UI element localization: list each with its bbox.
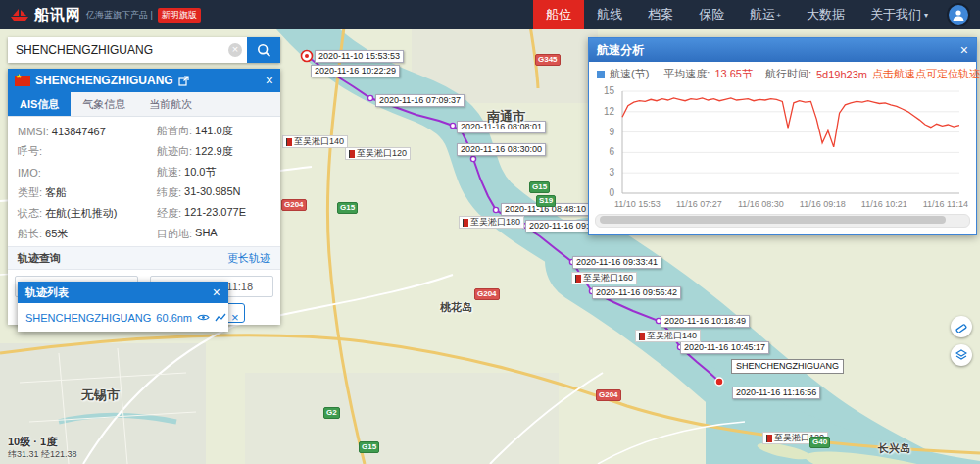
close-track-list-icon[interactable]: × (213, 285, 220, 299)
track-time-label[interactable]: 2020-11-16 09:33:41 (572, 256, 662, 269)
place-name-label: 长兴岛 (878, 441, 910, 456)
field-label: 船首向: (157, 124, 192, 138)
longer-track-link[interactable]: 更长轨迹 (227, 251, 270, 266)
ship-info-fields: MMSI:413847467船首向:141.0度呼号:航迹向:122.9度IMO… (8, 117, 280, 246)
remove-track-icon[interactable]: × (231, 310, 239, 325)
track-time-label[interactable]: 2020-11-16 10:18:49 (661, 315, 750, 328)
ship-panel-header: SHENCHENGZHIGUANG × (8, 69, 280, 92)
ship-logo-icon (10, 8, 29, 22)
close-ship-panel-icon[interactable]: × (266, 74, 273, 87)
search-button[interactable] (247, 37, 280, 63)
track-list-popup: 轨迹列表 × SHENCHENGZHIGUANG 60.6nm × (18, 282, 228, 332)
brand-logo[interactable]: 船讯网 亿海蓝旗下产品 | 新明旗版 (0, 6, 201, 25)
track-ship-name[interactable]: SHENCHENGZHIGUANG (25, 312, 151, 324)
duration-value: 5d19h23m (816, 69, 867, 80)
y-tick-label: 9 (595, 127, 614, 137)
track-time-label[interactable]: 2020-11-16 08:30:00 (457, 143, 546, 156)
x-tick-label: 11/16 07:27 (676, 199, 722, 212)
chart-scrollbar-thumb[interactable] (600, 216, 946, 224)
ruler-icon (956, 321, 967, 333)
user-avatar[interactable] (949, 5, 968, 25)
nav-label: 关于我们 (870, 6, 921, 24)
duration-label: 航行时间: (765, 67, 811, 81)
ship-info-row: IMO:航速:10.0节 (8, 162, 280, 182)
nav-item-ship-position[interactable]: 船位 (533, 0, 584, 29)
nav-item-bigdata[interactable]: 大数据 (794, 0, 858, 29)
ship-info-row: 船长:65米目的地:SHA (8, 224, 280, 244)
track-time-label[interactable]: 2020-11-16 07:09:37 (375, 94, 465, 107)
chevron-down-icon: ▾ (924, 11, 928, 20)
flag-marker-icon (766, 435, 772, 442)
speed-panel-title: 航速分析 (597, 42, 644, 59)
field-label: 类型: (18, 185, 42, 200)
nav-sup: + (776, 11, 781, 20)
flag-marker-icon (463, 219, 468, 227)
field-value: 客船 (45, 185, 67, 200)
distance-marker-label: 至吴淞口140 (635, 330, 701, 342)
top-navigation-bar: 船讯网 亿海蓝旗下产品 | 新明旗版 船位 航线 档案 保险 航运+ 大数据 关… (0, 0, 980, 29)
distance-marker-label: 至吴淞口180 (459, 216, 524, 229)
nav-item-shipping[interactable]: 航运+ (737, 0, 794, 29)
field-label: 航速: (157, 165, 181, 180)
speed-chart-icon[interactable] (215, 313, 226, 323)
nav-label: 船位 (546, 6, 571, 24)
speed-analysis-panel: 航速分析 × 航速(节) 平均速度: 13.65节 航行时间: 5d19h23m… (588, 37, 977, 235)
layers-button[interactable] (951, 344, 972, 366)
cursor-coordinates-text: 纬31.31 经121.38 (8, 448, 77, 461)
person-icon (952, 8, 965, 22)
ship-panel-tabs: AIS信息 气象信息 当前航次 (8, 92, 280, 117)
ship-name-label[interactable]: SHENCHENGZHIGUANG (731, 359, 844, 374)
chart-hint-text: 点击航速点可定位轨迹点 (872, 67, 980, 81)
flag-marker-icon (575, 275, 581, 283)
speed-chart[interactable]: 15129630 (595, 83, 970, 199)
nav-item-routes[interactable]: 航线 (584, 0, 635, 29)
x-tick-label: 11/16 11:14 (923, 199, 968, 212)
track-time-label[interactable]: 2020-11-10 15:53:53 (315, 50, 404, 63)
road-shield: G204 (281, 199, 307, 211)
field-label: IMO: (18, 167, 41, 179)
track-time-label[interactable]: 2020-11-16 09:56:42 (592, 286, 681, 299)
close-speed-panel-icon[interactable]: × (960, 43, 968, 57)
nav-item-insurance[interactable]: 保险 (686, 0, 737, 29)
nav-label: 保险 (699, 6, 724, 24)
track-time-label[interactable]: 2020-11-16 11:16:56 (732, 387, 820, 399)
track-distance: 60.6nm (156, 312, 192, 324)
y-tick-label: 12 (595, 106, 614, 117)
y-tick-label: 0 (595, 187, 614, 198)
flag-marker-icon (286, 138, 292, 146)
flag-marker-icon (349, 150, 355, 158)
tab-ais-info[interactable]: AIS信息 (8, 92, 71, 116)
track-query-bar: 轨迹查询 更长轨迹 (8, 246, 280, 270)
search-icon (257, 43, 271, 58)
show-track-eye-icon[interactable] (197, 313, 210, 322)
brand-badge[interactable]: 新明旗版 (158, 8, 201, 23)
road-shield: G2 (323, 407, 340, 419)
track-list-header: 轨迹列表 × (18, 282, 228, 303)
track-time-label[interactable]: 2020-11-16 10:45:17 (680, 341, 769, 354)
y-tick-label: 3 (595, 167, 614, 178)
tab-weather-info[interactable]: 气象信息 (71, 92, 137, 116)
track-list-item[interactable]: SHENCHENGZHIGUANG 60.6nm × (18, 303, 228, 332)
field-value: 65米 (45, 227, 68, 241)
road-shield: S19 (536, 195, 556, 207)
place-name-label: 无锡市 (81, 387, 120, 404)
zoom-level-text: 10级 · 1度 (8, 435, 57, 449)
nav-label: 档案 (648, 6, 673, 24)
clear-search-icon[interactable]: × (228, 43, 242, 57)
tab-current-voyage[interactable]: 当前航次 (137, 92, 204, 116)
field-label: 船长: (18, 227, 42, 241)
field-value: 413847467 (52, 126, 106, 137)
track-query-title: 轨迹查询 (18, 251, 61, 266)
nav-item-archives[interactable]: 档案 (635, 0, 686, 29)
search-input-wrap: × (8, 37, 247, 63)
external-link-icon[interactable] (178, 76, 189, 86)
field-label: MMSI: (18, 126, 49, 137)
chart-scrollbar[interactable] (595, 214, 970, 228)
map-controls (951, 316, 972, 366)
measure-distance-button[interactable] (951, 316, 972, 337)
layers-icon (956, 349, 967, 361)
track-time-label[interactable]: 2020-11-16 10:22:29 (311, 65, 400, 77)
search-input[interactable] (8, 37, 247, 63)
nav-item-about[interactable]: 关于我们▾ (858, 0, 941, 29)
road-shield: G345 (535, 54, 561, 66)
